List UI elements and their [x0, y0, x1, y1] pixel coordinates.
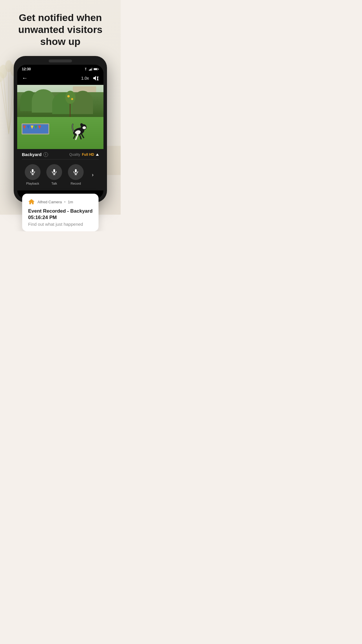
talk-label: Talk	[51, 182, 57, 185]
camera-name-display: Backyard i	[22, 152, 48, 157]
svg-rect-35	[75, 169, 77, 172]
phone-mockup: 12:30	[14, 56, 107, 202]
svg-rect-12	[90, 69, 91, 71]
record-mic-icon	[72, 169, 79, 176]
playback-label: Playback	[26, 182, 39, 185]
status-icons	[84, 68, 99, 71]
notification-body: Find out what just happened	[28, 222, 92, 227]
notification-time-ago: 1m	[68, 200, 73, 204]
notification-timestamp: 05:16:24 PM	[28, 215, 92, 220]
controls-row: Playback	[22, 163, 99, 188]
quality-chevron[interactable]	[96, 153, 99, 156]
zoom-level: 1.0x	[81, 76, 89, 80]
playback-circle	[25, 164, 41, 180]
svg-rect-13	[91, 69, 92, 71]
record-label: Record	[71, 182, 81, 185]
svg-rect-16	[94, 69, 97, 70]
info-icon[interactable]: i	[43, 152, 48, 157]
status-time: 12:30	[22, 67, 31, 71]
wifi-icon	[84, 68, 88, 71]
svg-rect-17	[98, 69, 99, 70]
phone-screen: 12:30	[17, 65, 103, 199]
phone-notch	[49, 60, 72, 62]
svg-rect-14	[92, 68, 92, 71]
svg-line-26	[76, 135, 78, 139]
dogs-scene	[64, 120, 87, 140]
app-header: ← 1.0x	[17, 72, 103, 85]
svg-rect-11	[89, 70, 90, 71]
quality-label: Quality	[69, 153, 80, 157]
signal-icon	[89, 68, 92, 71]
notification-title: Event Recorded - Backyard	[28, 208, 92, 214]
status-bar: 12:30	[17, 65, 103, 72]
nav-right-arrow[interactable]: ›	[89, 169, 96, 180]
back-button[interactable]: ←	[22, 75, 28, 81]
playback-button[interactable]: Playback	[25, 164, 41, 185]
mute-icon[interactable]	[92, 75, 99, 81]
battery-icon	[94, 68, 99, 71]
camera-label-row: Backyard i Quality Full HD	[22, 152, 99, 160]
svg-rect-29	[32, 169, 34, 172]
quality-value: Full HD	[82, 153, 94, 157]
alfred-camera-icon	[28, 198, 35, 205]
talk-circle	[46, 164, 62, 180]
talk-mic-icon	[51, 169, 58, 176]
camera-feed	[17, 85, 103, 149]
playback-mic-icon	[29, 169, 36, 176]
notification-app-name: Alfred Camera	[37, 200, 62, 204]
svg-rect-32	[53, 169, 55, 172]
talk-button[interactable]: Talk	[46, 164, 62, 185]
bottom-bar: Backyard i Quality Full HD	[17, 149, 103, 190]
page-headline: Get notified when unwanted visitors show…	[6, 12, 115, 47]
quality-row: Quality Full HD	[69, 153, 99, 157]
svg-point-10	[85, 70, 86, 71]
record-circle	[68, 164, 84, 180]
svg-line-27	[82, 134, 84, 138]
notification-header: Alfred Camera • 1m	[28, 198, 92, 205]
notification-card: Alfred Camera • 1m Event Recorded - Back…	[22, 194, 98, 231]
svg-line-28	[80, 135, 81, 139]
record-button[interactable]: Record	[68, 164, 84, 185]
